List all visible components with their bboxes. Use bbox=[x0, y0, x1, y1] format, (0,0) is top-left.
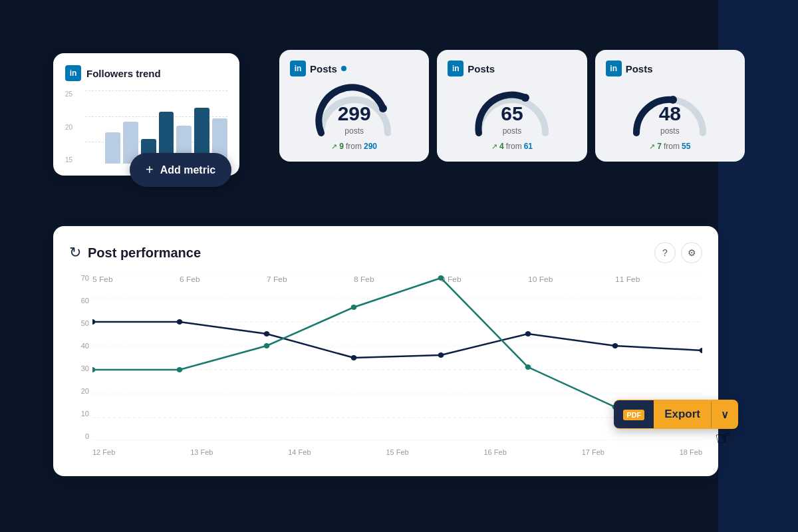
svg-point-21 bbox=[351, 355, 357, 360]
svg-point-24 bbox=[612, 343, 618, 348]
change-arrow-3: ↗ bbox=[649, 142, 655, 151]
linkedin-icon-2: in bbox=[448, 61, 464, 76]
export-label: Export bbox=[654, 400, 711, 429]
svg-point-0 bbox=[379, 104, 387, 112]
plus-icon: + bbox=[146, 162, 154, 178]
help-icon: ? bbox=[662, 247, 668, 258]
change-count-1: 9 bbox=[339, 142, 344, 151]
gauge-1-value: 299 posts bbox=[338, 102, 371, 136]
linkedin-icon-1: in bbox=[290, 61, 306, 76]
add-metric-label: Add metric bbox=[160, 164, 216, 176]
y-tick-10: 10 bbox=[81, 410, 89, 418]
chevron-down-icon[interactable]: ∨ bbox=[712, 400, 738, 429]
y-tick-50: 50 bbox=[81, 319, 89, 327]
svg-point-20 bbox=[264, 331, 270, 336]
x-tick-12feb: 12 Feb bbox=[92, 448, 115, 456]
post-change-2: ↗ 4 from 61 bbox=[491, 142, 533, 151]
export-button-container[interactable]: PDF Export ∨ ☞ bbox=[614, 400, 738, 429]
settings-icon: ⚙ bbox=[688, 247, 696, 258]
main-container: in Followers trend 25 20 15 bbox=[0, 0, 798, 532]
svg-point-30 bbox=[438, 275, 444, 281]
x-tick-13feb: 13 Feb bbox=[190, 448, 213, 456]
chart-area: 5 Feb 6 Feb 7 Feb 8 Feb 9 Feb 10 Feb 11 … bbox=[92, 274, 702, 440]
x-tick-15feb: 15 Feb bbox=[386, 448, 408, 456]
change-arrow-2: ↗ bbox=[491, 142, 497, 151]
post-card-1-header: in Posts bbox=[290, 61, 418, 76]
svg-point-26 bbox=[92, 367, 95, 372]
svg-point-25 bbox=[700, 348, 702, 353]
svg-point-19 bbox=[177, 319, 183, 325]
performance-card: ↻ Post performance ? ⚙ 70 60 50 40 30 20 bbox=[53, 226, 718, 476]
y-tick-30: 30 bbox=[81, 364, 89, 372]
svg-text:5 Feb: 5 Feb bbox=[92, 275, 113, 283]
grid-line bbox=[85, 90, 227, 91]
performance-header: ↻ Post performance ? ⚙ bbox=[69, 242, 702, 263]
gauge-2-value: 65 posts bbox=[501, 102, 523, 136]
linkedin-icon: in bbox=[65, 65, 81, 81]
change-arrow-1: ↗ bbox=[331, 142, 337, 151]
post-card-2: in Posts 65 posts ↗ 4 from 61 bbox=[437, 50, 587, 162]
post-change-1: ↗ 9 from 290 bbox=[331, 142, 377, 151]
followers-card-header: in Followers trend bbox=[65, 65, 227, 81]
y-tick-60: 60 bbox=[81, 297, 89, 305]
dot-indicator-1 bbox=[341, 66, 346, 71]
gauge-1-label: posts bbox=[344, 126, 364, 136]
svg-text:8 Feb: 8 Feb bbox=[354, 275, 374, 283]
gauge-1: 299 posts bbox=[311, 83, 398, 136]
y-axis: 70 60 50 40 30 20 10 0 bbox=[69, 274, 92, 440]
post-card-3-title: Posts bbox=[626, 63, 653, 74]
help-button[interactable]: ? bbox=[654, 242, 676, 263]
change-from-2: from bbox=[506, 142, 522, 151]
line-chart: 70 60 50 40 30 20 10 0 bbox=[69, 274, 702, 460]
add-metric-button[interactable]: + Add metric bbox=[130, 153, 231, 187]
change-count-3: 7 bbox=[657, 142, 662, 151]
gauge-3: 48 posts bbox=[626, 83, 713, 136]
y-tick-70: 70 bbox=[81, 274, 89, 282]
x-tick-16feb: 16 Feb bbox=[484, 448, 507, 456]
svg-text:11 Feb: 11 Feb bbox=[615, 275, 640, 283]
gauge-2-label: posts bbox=[503, 126, 522, 136]
svg-text:6 Feb: 6 Feb bbox=[180, 275, 200, 283]
performance-title: Post performance bbox=[88, 245, 201, 261]
gauge-2-number: 65 bbox=[501, 102, 523, 124]
svg-text:10 Feb: 10 Feb bbox=[528, 275, 553, 283]
post-change-3: ↗ 7 from 55 bbox=[649, 142, 690, 151]
gauge-3-value: 48 posts bbox=[659, 102, 681, 136]
x-tick-17feb: 17 Feb bbox=[582, 448, 604, 456]
x-tick-14feb: 14 Feb bbox=[288, 448, 311, 456]
linkedin-icon-3: in bbox=[606, 61, 622, 76]
change-count-2: 4 bbox=[499, 142, 504, 151]
change-from-num-1: 290 bbox=[364, 142, 377, 151]
settings-button[interactable]: ⚙ bbox=[681, 242, 702, 263]
pdf-label: PDF bbox=[623, 410, 644, 420]
gauge-1-number: 299 bbox=[338, 102, 371, 124]
post-card-1: in Posts 299 posts ↗ bbox=[279, 50, 429, 162]
performance-title-group: ↻ Post performance bbox=[69, 244, 201, 261]
post-card-1-title: Posts bbox=[310, 63, 337, 74]
change-from-1: from bbox=[346, 142, 362, 151]
svg-point-23 bbox=[525, 331, 531, 336]
svg-text:7 Feb: 7 Feb bbox=[267, 275, 287, 283]
post-card-3: in Posts 48 posts ↗ 7 from 55 bbox=[595, 50, 745, 162]
followers-card-title: Followers trend bbox=[86, 68, 161, 79]
gauge-3-number: 48 bbox=[659, 102, 681, 124]
change-from-3: from bbox=[664, 142, 680, 151]
chart-svg: 5 Feb 6 Feb 7 Feb 8 Feb 9 Feb 10 Feb 11 … bbox=[92, 274, 702, 440]
posts-cards-container: in Posts 299 posts ↗ bbox=[279, 50, 745, 162]
header-actions: ? ⚙ bbox=[654, 242, 702, 263]
post-card-2-title: Posts bbox=[467, 63, 495, 74]
post-card-3-header: in Posts bbox=[606, 61, 734, 76]
svg-point-31 bbox=[525, 364, 531, 370]
svg-point-22 bbox=[438, 352, 444, 358]
svg-point-18 bbox=[92, 319, 95, 325]
pdf-section: PDF bbox=[614, 400, 654, 428]
performance-icon: ↻ bbox=[69, 244, 81, 261]
y-tick-40: 40 bbox=[81, 342, 89, 350]
y-tick-20: 20 bbox=[81, 387, 89, 395]
y-axis-labels: 25 20 15 bbox=[65, 90, 72, 164]
x-axis: 12 Feb 13 Feb 14 Feb 15 Feb 16 Feb 17 Fe… bbox=[92, 444, 702, 460]
gauge-2: 65 posts bbox=[469, 83, 555, 136]
svg-point-29 bbox=[351, 305, 357, 310]
bar-1 bbox=[105, 132, 120, 164]
gauge-3-label: posts bbox=[660, 126, 680, 136]
